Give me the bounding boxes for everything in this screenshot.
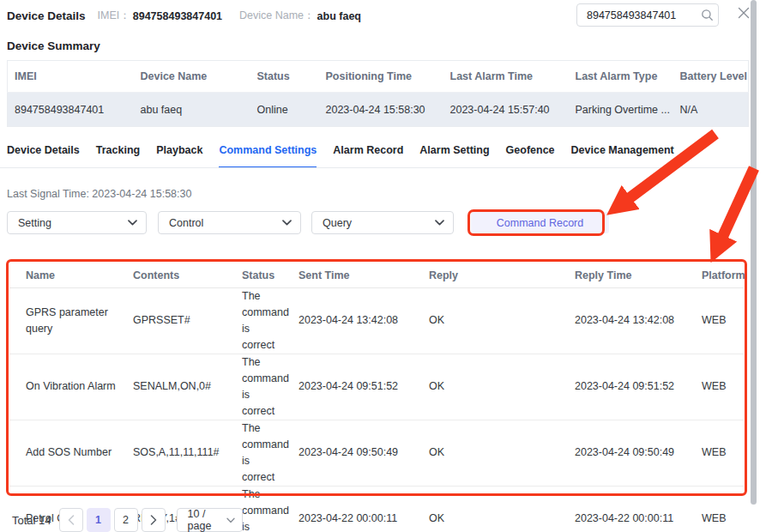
col-platform: Platform [692,263,744,287]
query-dropdown-value: Query [323,217,352,229]
cell-sent-time: 2023-04-24 09:51:52 [289,354,419,420]
cell-platform: WEB [692,420,744,486]
col-sent-time: Sent Time [289,263,419,287]
page-button-2[interactable]: 2 [114,508,138,532]
cell-command-contents: SENALM,ON,0# [124,354,232,420]
cell-platform: WEB [692,354,744,420]
cell-command-name: Add SOS Number [9,420,124,486]
chevron-down-icon [128,220,137,226]
chevron-down-icon [282,220,292,226]
command-table-header-row: Name Contents Status Sent Time Reply Rep… [9,263,744,287]
cell-status: Online [250,93,319,127]
cell-reply: OK [419,354,565,420]
chevron-down-icon [226,517,235,523]
command-record-button[interactable]: Command Record [471,212,609,233]
command-record-row: GPRS parameter query GPRSSET# The comman… [9,287,744,354]
chevron-down-icon [435,220,444,226]
cell-command-contents: SOS,A,11,11,111# [124,420,232,486]
search-input[interactable] [577,9,696,21]
window-header: Device Details IMEI： 894758493847401 Dev… [7,9,378,23]
cell-command-status: The command is correct [232,354,289,420]
cell-command-status: The command is correct [232,420,289,486]
cell-reply: OK [419,287,565,354]
cell-last-alarm-type: Parking Overtime ... [569,93,673,127]
command-table-body: GPRS parameter query GPRSSET# The comman… [9,287,744,532]
cell-sent-time: 2023-04-24 13:42:08 [289,287,419,354]
red-arrow-icon [721,168,754,239]
summary-header-row: IMEI Device Name Status Positioning Time… [8,61,749,93]
command-record-table: Name Contents Status Sent Time Reply Rep… [9,263,744,532]
last-signal-time: Last Signal Time: 2023-04-24 15:58:30 [7,188,191,200]
vertical-scrollbar[interactable] [751,0,757,505]
device-name-value: abu faeq [317,10,361,22]
device-summary-title: Device Summary [7,39,100,52]
col-name: Name [9,263,124,287]
tabs-divider [0,167,748,168]
pagination: Total 14 1 2 10 / page [12,508,243,532]
device-details-page: { "window": { "title": "Device Details",… [0,0,772,532]
device-search-box[interactable] [576,3,719,27]
cell-sent-time: 2023-04-22 00:00:11 [289,486,419,532]
next-page-button[interactable] [142,508,166,532]
cell-positioning-time: 2023-04-24 15:58:30 [319,93,443,127]
tab-alarm-setting[interactable]: Alarm Setting [419,144,489,168]
tab-geofence[interactable]: Geofence [506,144,555,168]
device-name-label: Device Name： [239,9,315,23]
setting-dropdown-value: Setting [18,217,51,229]
command-record-row: Add SOS Number SOS,A,11,11,111# The comm… [9,420,744,486]
col-reply: Reply [419,263,565,287]
next-page-icon [150,515,157,525]
imei-label: IMEI： [98,9,130,23]
tab-tracking[interactable]: Tracking [96,144,140,168]
query-dropdown[interactable]: Query [311,211,454,234]
cell-reply-time: 2023-04-22 00:00:11 [565,486,692,532]
page-button-1[interactable]: 1 [87,508,111,532]
cell-command-contents: GPRSSET# [124,287,232,354]
command-record-table-wrap: Name Contents Status Sent Time Reply Rep… [9,263,744,490]
prev-page-button[interactable] [59,508,83,532]
summary-col-battery-level: Battery Level [673,61,749,93]
cell-reply-time: 2023-04-24 09:50:49 [565,420,692,486]
page-title: Device Details [7,9,86,22]
tab-playback[interactable]: Playback [156,144,202,168]
col-contents: Contents [124,263,232,287]
prev-page-icon [68,515,75,525]
summary-col-last-alarm-time: Last Alarm Time [443,61,569,93]
summary-col-last-alarm-type: Last Alarm Type [569,61,673,93]
cell-battery-level: N/A [673,93,749,127]
cell-imei: 894758493847401 [8,93,134,127]
search-icon[interactable] [696,9,718,21]
setting-dropdown[interactable]: Setting [7,211,147,234]
summary-device-row: 894758493847401 abu faeq Online 2023-04-… [8,93,749,127]
page-size-dropdown[interactable]: 10 / page [177,508,243,532]
cell-platform: WEB [692,287,744,354]
tab-alarm-record[interactable]: Alarm Record [333,144,403,168]
summary-col-imei: IMEI [8,61,134,93]
cell-command-name: On Vibration Alarm [9,354,124,420]
cell-reply: OK [419,486,565,532]
page-size-value: 10 / page [188,508,226,532]
col-status: Status [232,263,289,287]
summary-col-positioning-time: Positioning Time [319,61,443,93]
summary-col-device-name: Device Name [134,61,250,93]
imei-value: 894758493847401 [133,10,222,22]
col-reply-time: Reply Time [565,263,692,287]
device-summary-table: IMEI Device Name Status Positioning Time… [7,60,749,127]
summary-col-status: Status [250,61,319,93]
command-record-row: On Vibration Alarm SENALM,ON,0# The comm… [9,354,744,420]
tab-command-settings[interactable]: Command Settings [219,144,317,168]
cell-last-alarm-time: 2023-04-24 15:57:40 [443,93,569,127]
cell-reply: OK [419,420,565,486]
device-tabs: Device Details Tracking Playback Command… [7,144,674,168]
cell-sent-time: 2023-04-24 09:50:49 [289,420,419,486]
tab-device-details[interactable]: Device Details [7,144,80,168]
cell-reply-time: 2023-04-24 13:42:08 [565,287,692,354]
tab-device-management[interactable]: Device Management [571,144,674,168]
cell-platform: WEB [692,486,744,532]
pagination-total: Total 14 [12,514,51,527]
cell-command-name: GPRS parameter query [9,287,124,354]
cell-reply-time: 2023-04-24 09:51:52 [565,354,692,420]
control-dropdown[interactable]: Control [158,211,301,234]
cell-command-status: The command is correct [232,287,289,354]
control-dropdown-value: Control [169,217,203,229]
